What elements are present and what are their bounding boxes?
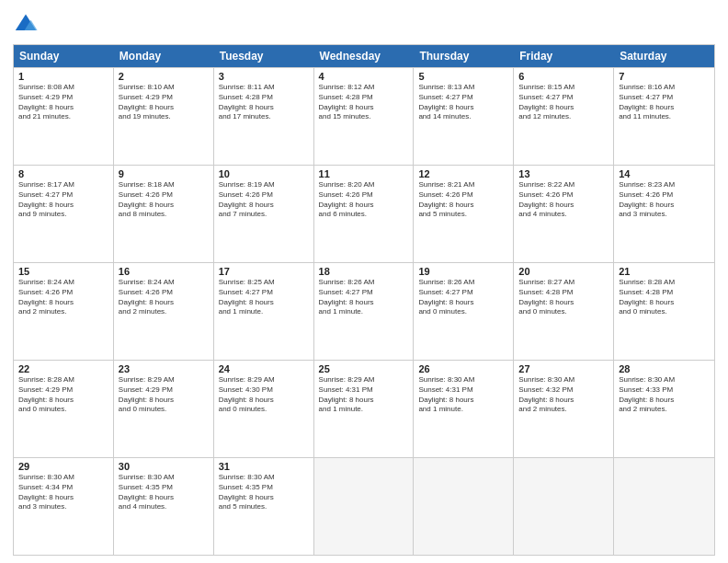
- day-cell-4: 4Sunrise: 8:12 AM Sunset: 4:28 PM Daylig…: [314, 68, 415, 165]
- day-info: Sunrise: 8:19 AM Sunset: 4:26 PM Dayligh…: [219, 180, 309, 220]
- day-info: Sunrise: 8:16 AM Sunset: 4:27 PM Dayligh…: [619, 83, 710, 122]
- day-cell-3: 3Sunrise: 8:11 AM Sunset: 4:28 PM Daylig…: [214, 68, 314, 165]
- day-number: 18: [319, 266, 409, 277]
- day-cell-empty: [414, 458, 514, 555]
- day-info: Sunrise: 8:18 AM Sunset: 4:26 PM Dayligh…: [119, 180, 209, 220]
- day-number: 23: [119, 363, 209, 374]
- page-container: SundayMondayTuesdayWednesdayThursdayFrid…: [0, 0, 728, 563]
- day-number: 3: [219, 71, 309, 82]
- day-number: 22: [18, 363, 108, 374]
- day-info: Sunrise: 8:30 AM Sunset: 4:31 PM Dayligh…: [418, 375, 508, 415]
- day-number: 30: [119, 461, 209, 472]
- day-header-friday: Friday: [514, 45, 614, 67]
- day-info: Sunrise: 8:25 AM Sunset: 4:27 PM Dayligh…: [219, 278, 309, 317]
- day-number: 12: [418, 168, 508, 179]
- day-cell-1: 1Sunrise: 8:08 AM Sunset: 4:29 PM Daylig…: [14, 68, 114, 165]
- day-number: 20: [518, 266, 609, 277]
- day-headers: SundayMondayTuesdayWednesdayThursdayFrid…: [14, 45, 714, 67]
- day-number: 27: [518, 363, 609, 374]
- day-header-saturday: Saturday: [614, 45, 714, 67]
- day-number: 1: [18, 71, 108, 82]
- day-info: Sunrise: 8:29 AM Sunset: 4:29 PM Dayligh…: [119, 375, 209, 415]
- day-cell-13: 13Sunrise: 8:22 AM Sunset: 4:26 PM Dayli…: [514, 166, 614, 262]
- day-cell-empty: [514, 458, 614, 555]
- day-info: Sunrise: 8:22 AM Sunset: 4:26 PM Dayligh…: [518, 180, 609, 220]
- day-number: 26: [418, 363, 508, 374]
- day-info: Sunrise: 8:08 AM Sunset: 4:29 PM Dayligh…: [18, 83, 108, 122]
- day-cell-25: 25Sunrise: 8:29 AM Sunset: 4:31 PM Dayli…: [314, 361, 415, 457]
- day-info: Sunrise: 8:12 AM Sunset: 4:28 PM Dayligh…: [319, 83, 409, 122]
- day-cell-16: 16Sunrise: 8:24 AM Sunset: 4:26 PM Dayli…: [114, 263, 214, 360]
- weeks: 1Sunrise: 8:08 AM Sunset: 4:29 PM Daylig…: [14, 67, 714, 555]
- day-cell-23: 23Sunrise: 8:29 AM Sunset: 4:29 PM Dayli…: [114, 361, 214, 457]
- day-cell-26: 26Sunrise: 8:30 AM Sunset: 4:31 PM Dayli…: [414, 361, 514, 457]
- day-cell-6: 6Sunrise: 8:15 AM Sunset: 4:27 PM Daylig…: [514, 68, 614, 165]
- day-cell-empty: [314, 458, 415, 555]
- day-number: 11: [319, 168, 409, 179]
- day-cell-22: 22Sunrise: 8:28 AM Sunset: 4:29 PM Dayli…: [14, 361, 114, 457]
- day-info: Sunrise: 8:23 AM Sunset: 4:26 PM Dayligh…: [619, 180, 710, 220]
- day-header-tuesday: Tuesday: [214, 45, 314, 67]
- day-info: Sunrise: 8:29 AM Sunset: 4:30 PM Dayligh…: [219, 375, 309, 415]
- day-info: Sunrise: 8:30 AM Sunset: 4:33 PM Dayligh…: [619, 375, 710, 415]
- day-cell-2: 2Sunrise: 8:10 AM Sunset: 4:29 PM Daylig…: [114, 68, 214, 165]
- day-number: 14: [619, 168, 710, 179]
- day-info: Sunrise: 8:24 AM Sunset: 4:26 PM Dayligh…: [119, 278, 209, 317]
- day-number: 24: [219, 363, 309, 374]
- day-number: 28: [619, 363, 710, 374]
- logo: [13, 11, 40, 37]
- day-cell-9: 9Sunrise: 8:18 AM Sunset: 4:26 PM Daylig…: [114, 166, 214, 262]
- day-cell-14: 14Sunrise: 8:23 AM Sunset: 4:26 PM Dayli…: [614, 166, 714, 262]
- day-header-sunday: Sunday: [14, 45, 114, 67]
- day-cell-18: 18Sunrise: 8:26 AM Sunset: 4:27 PM Dayli…: [314, 263, 415, 360]
- day-number: 15: [18, 266, 108, 277]
- day-cell-empty: [614, 458, 714, 555]
- day-info: Sunrise: 8:30 AM Sunset: 4:32 PM Dayligh…: [518, 375, 609, 415]
- day-info: Sunrise: 8:26 AM Sunset: 4:27 PM Dayligh…: [418, 278, 508, 317]
- day-info: Sunrise: 8:11 AM Sunset: 4:28 PM Dayligh…: [219, 83, 309, 122]
- calendar: SundayMondayTuesdayWednesdayThursdayFrid…: [13, 44, 715, 556]
- day-info: Sunrise: 8:30 AM Sunset: 4:34 PM Dayligh…: [18, 473, 108, 512]
- day-info: Sunrise: 8:28 AM Sunset: 4:29 PM Dayligh…: [18, 375, 108, 415]
- day-number: 19: [418, 266, 508, 277]
- week-row-3: 15Sunrise: 8:24 AM Sunset: 4:26 PM Dayli…: [14, 262, 714, 360]
- day-cell-24: 24Sunrise: 8:29 AM Sunset: 4:30 PM Dayli…: [214, 361, 314, 457]
- day-cell-15: 15Sunrise: 8:24 AM Sunset: 4:26 PM Dayli…: [14, 263, 114, 360]
- day-info: Sunrise: 8:17 AM Sunset: 4:27 PM Dayligh…: [18, 180, 108, 220]
- week-row-1: 1Sunrise: 8:08 AM Sunset: 4:29 PM Daylig…: [14, 67, 714, 165]
- day-info: Sunrise: 8:29 AM Sunset: 4:31 PM Dayligh…: [319, 375, 409, 415]
- logo-icon: [13, 11, 39, 37]
- day-cell-5: 5Sunrise: 8:13 AM Sunset: 4:27 PM Daylig…: [414, 68, 514, 165]
- day-cell-8: 8Sunrise: 8:17 AM Sunset: 4:27 PM Daylig…: [14, 166, 114, 262]
- week-row-4: 22Sunrise: 8:28 AM Sunset: 4:29 PM Dayli…: [14, 360, 714, 457]
- day-number: 10: [219, 168, 309, 179]
- day-number: 21: [619, 266, 710, 277]
- day-info: Sunrise: 8:10 AM Sunset: 4:29 PM Dayligh…: [119, 83, 209, 122]
- day-cell-27: 27Sunrise: 8:30 AM Sunset: 4:32 PM Dayli…: [514, 361, 614, 457]
- day-info: Sunrise: 8:20 AM Sunset: 4:26 PM Dayligh…: [319, 180, 409, 220]
- day-cell-30: 30Sunrise: 8:30 AM Sunset: 4:35 PM Dayli…: [114, 458, 214, 555]
- header: [13, 11, 715, 37]
- day-info: Sunrise: 8:28 AM Sunset: 4:28 PM Dayligh…: [619, 278, 710, 317]
- week-row-2: 8Sunrise: 8:17 AM Sunset: 4:27 PM Daylig…: [14, 165, 714, 262]
- day-cell-11: 11Sunrise: 8:20 AM Sunset: 4:26 PM Dayli…: [314, 166, 415, 262]
- day-header-monday: Monday: [114, 45, 214, 67]
- day-header-thursday: Thursday: [414, 45, 514, 67]
- day-cell-10: 10Sunrise: 8:19 AM Sunset: 4:26 PM Dayli…: [214, 166, 314, 262]
- day-cell-28: 28Sunrise: 8:30 AM Sunset: 4:33 PM Dayli…: [614, 361, 714, 457]
- day-number: 31: [219, 461, 309, 472]
- day-number: 25: [319, 363, 409, 374]
- day-number: 4: [319, 71, 409, 82]
- day-info: Sunrise: 8:21 AM Sunset: 4:26 PM Dayligh…: [418, 180, 508, 220]
- day-cell-31: 31Sunrise: 8:30 AM Sunset: 4:35 PM Dayli…: [214, 458, 314, 555]
- day-cell-7: 7Sunrise: 8:16 AM Sunset: 4:27 PM Daylig…: [614, 68, 714, 165]
- day-cell-20: 20Sunrise: 8:27 AM Sunset: 4:28 PM Dayli…: [514, 263, 614, 360]
- day-info: Sunrise: 8:26 AM Sunset: 4:27 PM Dayligh…: [319, 278, 409, 317]
- day-number: 17: [219, 266, 309, 277]
- day-cell-12: 12Sunrise: 8:21 AM Sunset: 4:26 PM Dayli…: [414, 166, 514, 262]
- day-number: 5: [418, 71, 508, 82]
- day-number: 9: [119, 168, 209, 179]
- day-number: 7: [619, 71, 710, 82]
- day-number: 2: [119, 71, 209, 82]
- day-header-wednesday: Wednesday: [314, 45, 415, 67]
